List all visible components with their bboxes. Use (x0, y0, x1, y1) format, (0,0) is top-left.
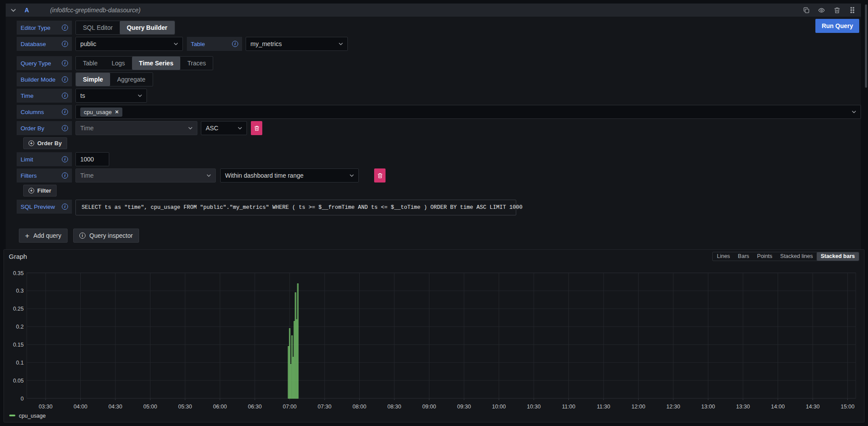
svg-text:09:00: 09:00 (422, 404, 436, 410)
plus-icon (25, 232, 29, 240)
option-traces[interactable]: Traces (180, 57, 213, 70)
time-series-chart[interactable]: 00.050.10.150.20.250.30.3503:3004:0004:3… (4, 263, 864, 422)
sql-preview-label: SQL Preview (17, 200, 72, 214)
option-aggregate[interactable]: Aggregate (110, 73, 153, 86)
add-order-by-button[interactable]: Order By (23, 137, 67, 149)
legend-item[interactable]: cpu_usage (19, 413, 46, 419)
database-label: Database (17, 37, 72, 51)
info-icon[interactable] (62, 25, 68, 31)
remove-filter-button[interactable] (374, 168, 386, 183)
option-stacked-bars[interactable]: Stacked bars (817, 252, 859, 261)
info-icon[interactable] (62, 60, 68, 66)
svg-text:0.2: 0.2 (16, 324, 24, 330)
option-simple[interactable]: Simple (76, 73, 110, 86)
info-icon[interactable] (62, 109, 68, 115)
svg-text:13:00: 13:00 (701, 404, 715, 410)
svg-text:08:00: 08:00 (353, 404, 366, 410)
order-by-direction-select[interactable]: ASC (201, 121, 247, 135)
filter-field-select[interactable]: Time (75, 168, 216, 183)
info-icon[interactable] (62, 156, 68, 162)
columns-multiselect[interactable]: cpu_usage (75, 105, 861, 119)
svg-text:05:30: 05:30 (178, 404, 192, 410)
svg-text:05:00: 05:00 (143, 404, 157, 410)
limit-input[interactable]: 1000 (75, 152, 109, 166)
query-ref-id: A (25, 7, 29, 14)
graph-panel: Graph LinesBarsPointsStacked linesStacke… (4, 249, 864, 422)
table-label: Table (187, 37, 242, 51)
scrollbar-thumb[interactable] (865, 4, 867, 88)
svg-text:0.15: 0.15 (13, 342, 24, 348)
order-by-field-select[interactable]: Time (75, 121, 197, 135)
option-logs[interactable]: Logs (104, 57, 132, 70)
query-header[interactable]: A (info8fcc-greptimedb-datasource) (6, 4, 861, 17)
svg-text:08:30: 08:30 (387, 404, 401, 410)
query-type-group: TableLogsTime SeriesTraces (75, 56, 213, 70)
svg-text:12:00: 12:00 (632, 404, 645, 410)
filters-row: Filters Time Within dashboard time range (17, 168, 861, 183)
panel-title: Graph (9, 253, 27, 260)
query-type-label: Query Type (17, 56, 72, 70)
svg-text:07:00: 07:00 (283, 404, 296, 410)
add-filter-button[interactable]: Filter (23, 185, 57, 197)
columns-row: Columns cpu_usage (17, 105, 861, 119)
option-table[interactable]: Table (76, 57, 104, 70)
add-query-button[interactable]: Add query (19, 229, 68, 243)
table-select[interactable]: my_metrics (246, 37, 348, 51)
info-icon[interactable] (62, 172, 68, 179)
column-tag: cpu_usage (80, 107, 122, 117)
query-builder-form: Editor Type SQL EditorQuery Builder Data… (6, 17, 861, 243)
option-lines[interactable]: Lines (713, 252, 734, 261)
duplicate-query-icon[interactable] (803, 7, 810, 14)
svg-text:06:30: 06:30 (248, 404, 261, 410)
svg-text:0.35: 0.35 (13, 270, 24, 276)
graph-panel-header: Graph LinesBarsPointsStacked linesStacke… (4, 250, 864, 263)
svg-text:11:30: 11:30 (597, 404, 610, 410)
option-time-series[interactable]: Time Series (132, 57, 180, 70)
svg-text:11:00: 11:00 (562, 404, 575, 410)
time-row: Time ts (17, 89, 861, 103)
svg-text:15:00: 15:00 (841, 404, 854, 410)
datasource-name: (info8fcc-greptimedb-datasource) (50, 7, 140, 14)
info-icon[interactable] (62, 204, 68, 210)
filter-range-select[interactable]: Within dashboard time range (220, 168, 359, 183)
sql-preview-row: SQL Preview SELECT ts as "time", cpu_usa… (17, 200, 861, 215)
sql-preview-box: SELECT ts as "time", cpu_usage FROM "pub… (75, 200, 516, 215)
limit-label: Limit (17, 152, 72, 166)
info-icon[interactable] (232, 41, 238, 47)
drag-handle-icon[interactable] (849, 7, 856, 14)
plus-circle-icon (29, 188, 34, 193)
option-stacked-lines[interactable]: Stacked lines (776, 252, 817, 261)
info-icon[interactable] (62, 76, 68, 82)
svg-text:06:00: 06:00 (213, 404, 227, 410)
query-inspector-button[interactable]: Query inspector (73, 229, 139, 243)
delete-query-trash-icon[interactable] (833, 7, 840, 14)
filters-label: Filters (17, 168, 72, 183)
svg-text:14:30: 14:30 (806, 404, 819, 410)
remove-tag-icon[interactable] (115, 109, 119, 115)
svg-text:12:30: 12:30 (666, 404, 680, 410)
builder-mode-label: Builder Mode (17, 72, 72, 86)
option-bars[interactable]: Bars (734, 252, 753, 261)
database-select[interactable]: public (75, 37, 183, 51)
svg-text:0: 0 (21, 396, 24, 402)
time-select[interactable]: ts (75, 89, 147, 103)
svg-text:07:30: 07:30 (318, 404, 331, 410)
svg-text:0.05: 0.05 (13, 378, 24, 384)
collapse-chevron-icon[interactable] (11, 9, 16, 12)
option-points[interactable]: Points (753, 252, 776, 261)
info-icon[interactable] (62, 93, 68, 99)
svg-text:04:00: 04:00 (74, 404, 87, 410)
toggle-visibility-eye-icon[interactable] (818, 7, 825, 14)
info-icon[interactable] (62, 125, 68, 131)
editor-type-row: Editor Type SQL EditorQuery Builder (17, 21, 861, 35)
remove-order-by-button[interactable] (251, 121, 262, 135)
option-query-builder[interactable]: Query Builder (120, 21, 175, 34)
info-circle-icon (79, 233, 86, 239)
draw-mode-group: LinesBarsPointsStacked linesStacked bars (712, 252, 859, 261)
database-row: Database public Table my_metrics (17, 37, 861, 51)
option-sql-editor[interactable]: SQL Editor (76, 21, 120, 34)
order-by-label: Order By (17, 121, 72, 135)
svg-text:09:30: 09:30 (457, 404, 471, 410)
svg-text:0.25: 0.25 (13, 306, 24, 312)
info-icon[interactable] (62, 41, 68, 47)
